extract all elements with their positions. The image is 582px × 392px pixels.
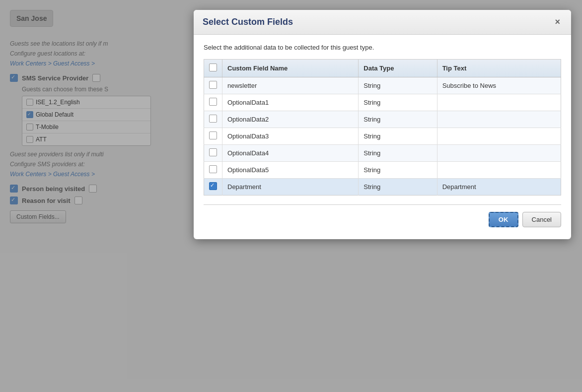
table-row: OptionalData4String bbox=[204, 145, 561, 162]
tip-text-cell: Department bbox=[437, 179, 561, 196]
tip-text-cell bbox=[437, 162, 561, 179]
field-name-cell: OptionalData2 bbox=[222, 111, 359, 128]
table-row: OptionalData5String bbox=[204, 162, 561, 179]
field-name-cell: OptionalData3 bbox=[222, 128, 359, 145]
row-checkbox-cell bbox=[204, 77, 222, 94]
data-type-cell: String bbox=[359, 145, 437, 162]
tip-text-cell bbox=[437, 128, 561, 145]
modal-close-button[interactable]: × bbox=[553, 17, 562, 27]
cancel-button[interactable]: Cancel bbox=[522, 212, 561, 227]
row-checkbox-cell bbox=[204, 145, 222, 162]
table-row: OptionalData1String bbox=[204, 94, 561, 111]
row-checkbox-cell bbox=[204, 128, 222, 145]
row-checkbox[interactable] bbox=[209, 182, 217, 190]
row-checkbox-cell bbox=[204, 162, 222, 179]
data-type-cell: String bbox=[359, 128, 437, 145]
col-data-type: Data Type bbox=[359, 60, 437, 77]
table-row: DepartmentStringDepartment bbox=[204, 179, 561, 196]
custom-fields-table: Custom Field Name Data Type Tip Text new… bbox=[204, 59, 561, 196]
row-checkbox[interactable] bbox=[209, 165, 217, 173]
select-all-checkbox[interactable] bbox=[209, 64, 217, 71]
select-custom-fields-modal: Select Custom Fields × Select the additi… bbox=[194, 10, 571, 239]
field-name-cell: OptionalData4 bbox=[222, 145, 359, 162]
row-checkbox[interactable] bbox=[209, 148, 217, 156]
row-checkbox[interactable] bbox=[209, 81, 217, 89]
field-name-cell: OptionalData5 bbox=[222, 162, 359, 179]
col-tip-text: Tip Text bbox=[437, 60, 561, 77]
data-type-cell: String bbox=[359, 94, 437, 111]
modal-divider bbox=[204, 204, 561, 205]
modal-description: Select the additional data to be collect… bbox=[204, 44, 561, 51]
col-field-name: Custom Field Name bbox=[222, 60, 359, 77]
tip-text-cell: Subscribe to News bbox=[437, 77, 561, 94]
field-name-cell: Department bbox=[222, 179, 359, 196]
header-checkbox-cell bbox=[204, 60, 222, 77]
data-type-cell: String bbox=[359, 162, 437, 179]
field-name-cell: OptionalData1 bbox=[222, 94, 359, 111]
field-name-cell: newsletter bbox=[222, 77, 359, 94]
data-type-cell: String bbox=[359, 111, 437, 128]
ok-button[interactable]: OK bbox=[489, 212, 518, 227]
table-row: OptionalData2String bbox=[204, 111, 561, 128]
row-checkbox[interactable] bbox=[209, 98, 217, 106]
row-checkbox-cell bbox=[204, 94, 222, 111]
data-type-cell: String bbox=[359, 179, 437, 196]
row-checkbox-cell bbox=[204, 179, 222, 196]
modal-body: Select the additional data to be collect… bbox=[194, 35, 571, 239]
modal-footer: OK Cancel bbox=[204, 212, 561, 230]
modal-header: Select Custom Fields × bbox=[194, 10, 571, 35]
tip-text-cell bbox=[437, 94, 561, 111]
row-checkbox-cell bbox=[204, 111, 222, 128]
row-checkbox[interactable] bbox=[209, 115, 217, 123]
tip-text-cell bbox=[437, 145, 561, 162]
table-header-row: Custom Field Name Data Type Tip Text bbox=[204, 60, 561, 77]
modal-title: Select Custom Fields bbox=[203, 17, 293, 27]
table-row: newsletterStringSubscribe to News bbox=[204, 77, 561, 94]
data-type-cell: String bbox=[359, 77, 437, 94]
table-row: OptionalData3String bbox=[204, 128, 561, 145]
row-checkbox[interactable] bbox=[209, 131, 217, 139]
tip-text-cell bbox=[437, 111, 561, 128]
